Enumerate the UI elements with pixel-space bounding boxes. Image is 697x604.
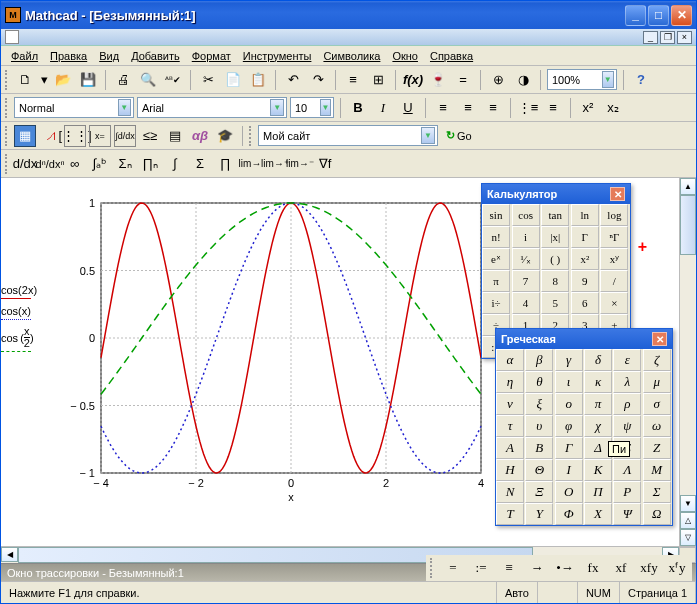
palette-cell-χ[interactable]: χ bbox=[584, 415, 612, 437]
palette-cell-5[interactable]: 5 bbox=[541, 292, 569, 314]
spellcheck-button[interactable]: ᴬᴮ✔ bbox=[162, 69, 184, 91]
bold-button[interactable]: B bbox=[347, 97, 369, 119]
close-button[interactable]: ✕ bbox=[671, 5, 692, 26]
palette-cell-τ[interactable]: τ bbox=[496, 415, 524, 437]
zoom-combo[interactable]: ▼ bbox=[547, 69, 617, 90]
palette-cell-log[interactable]: log bbox=[600, 204, 628, 226]
greek-palette-close[interactable]: ✕ bbox=[652, 332, 667, 346]
calculator-palette-title[interactable]: Калькулятор ✕ bbox=[482, 184, 630, 204]
prev-page-button[interactable]: △ bbox=[680, 512, 696, 529]
palette-cell-Τ[interactable]: Τ bbox=[496, 503, 524, 525]
palette-cell-ε[interactable]: ε bbox=[613, 349, 641, 371]
palette-cell-x²[interactable]: x² bbox=[571, 248, 599, 270]
address-dropdown[interactable]: ▼ bbox=[421, 127, 435, 144]
menu-help[interactable]: Справка bbox=[424, 48, 479, 64]
align-button[interactable]: ≡ bbox=[342, 69, 364, 91]
size-combo[interactable]: ▼ bbox=[290, 97, 334, 118]
print-button[interactable]: 🖨 bbox=[112, 69, 134, 91]
print-preview-button[interactable]: 🔍 bbox=[137, 69, 159, 91]
reference-button[interactable]: ◑ bbox=[512, 69, 534, 91]
programming-palette-button[interactable]: ▤ bbox=[164, 125, 186, 147]
calculus-palette-button[interactable]: ∫d/dx bbox=[114, 125, 136, 147]
palette-cell-β[interactable]: β bbox=[525, 349, 553, 371]
palette-cell-ρ[interactable]: ρ bbox=[613, 393, 641, 415]
greek-palette-button[interactable]: αβ bbox=[189, 125, 211, 147]
underline-button[interactable]: U bbox=[397, 97, 419, 119]
palette-cell-π[interactable]: π bbox=[584, 393, 612, 415]
calculator-palette-close[interactable]: ✕ bbox=[610, 187, 625, 201]
mdi-close-button[interactable]: × bbox=[677, 31, 692, 44]
matrix-palette-button[interactable]: [⋮⋮] bbox=[64, 125, 86, 147]
palette-cell-Ξ[interactable]: Ξ bbox=[525, 481, 553, 503]
component-button[interactable]: ⊕ bbox=[487, 69, 509, 91]
xy-plot[interactable]: − 4− 2024− 1− 0.500.51x bbox=[31, 193, 491, 503]
new-button[interactable]: 🗋 bbox=[14, 69, 36, 91]
font-combo[interactable]: ▼ bbox=[137, 97, 287, 118]
next-page-button[interactable]: ▽ bbox=[680, 529, 696, 546]
palette-cell-|x|[interactable]: |x| bbox=[541, 226, 569, 248]
palette-cell-Ω[interactable]: Ω bbox=[643, 503, 671, 525]
lim-button[interactable]: lim→ bbox=[239, 153, 261, 175]
palette-cell-eˣ[interactable]: eˣ bbox=[482, 248, 510, 270]
copy-button[interactable]: 📄 bbox=[222, 69, 244, 91]
numbering-button[interactable]: ≡ bbox=[542, 97, 564, 119]
palette-cell-/[interactable]: / bbox=[600, 270, 628, 292]
font-dropdown[interactable]: ▼ bbox=[270, 99, 284, 116]
palette-cell-( )[interactable]: ( ) bbox=[541, 248, 569, 270]
eval-fx-button[interactable]: fx bbox=[582, 557, 604, 579]
palette-cell-i÷[interactable]: i÷ bbox=[482, 292, 510, 314]
sumrange-button[interactable]: Σₙ bbox=[114, 153, 136, 175]
palette-cell-Κ[interactable]: Κ bbox=[584, 459, 612, 481]
redo-button[interactable]: ↷ bbox=[307, 69, 329, 91]
scroll-up-button[interactable]: ▲ bbox=[680, 178, 696, 195]
scroll-thumb[interactable] bbox=[680, 195, 696, 255]
eval-palette-button[interactable]: x= bbox=[89, 125, 111, 147]
paste-button[interactable]: 📋 bbox=[247, 69, 269, 91]
save-button[interactable]: 💾 bbox=[77, 69, 99, 91]
palette-cell-Ψ[interactable]: Ψ bbox=[613, 503, 641, 525]
help-button[interactable]: ? bbox=[630, 69, 652, 91]
palette-cell-Φ[interactable]: Φ bbox=[555, 503, 583, 525]
menu-insert[interactable]: Добавить bbox=[125, 48, 186, 64]
eval-xfy-button[interactable]: xfy bbox=[638, 557, 660, 579]
palette-cell-cos[interactable]: cos bbox=[512, 204, 540, 226]
palette-cell-ψ[interactable]: ψ bbox=[613, 415, 641, 437]
menu-window[interactable]: Окно bbox=[386, 48, 424, 64]
greek-palette[interactable]: Греческая ✕ αβγδεζηθικλμνξοπρστυφχψωΑΒΓΔ… bbox=[495, 328, 673, 526]
palette-cell-Υ[interactable]: Υ bbox=[525, 503, 553, 525]
palette-cell-μ[interactable]: μ bbox=[643, 371, 671, 393]
go-button[interactable]: ↻Go bbox=[441, 125, 477, 147]
palette-cell-Λ[interactable]: Λ bbox=[613, 459, 641, 481]
align-left-button[interactable]: ≡ bbox=[432, 97, 454, 119]
prod-button[interactable]: ∏ bbox=[214, 153, 236, 175]
palette-cell-ⁿΓ[interactable]: ⁿΓ bbox=[600, 226, 628, 248]
scroll-track[interactable] bbox=[680, 195, 696, 495]
font-input[interactable] bbox=[142, 102, 270, 114]
unit-button[interactable]: 🍷 bbox=[427, 69, 449, 91]
palette-cell-Μ[interactable]: Μ bbox=[643, 459, 671, 481]
indefint-button[interactable]: ∫ bbox=[164, 153, 186, 175]
sum-button[interactable]: Σ bbox=[189, 153, 211, 175]
palette-cell-ω[interactable]: ω bbox=[643, 415, 671, 437]
palette-cell-Ι[interactable]: Ι bbox=[555, 459, 583, 481]
palette-cell-υ[interactable]: υ bbox=[525, 415, 553, 437]
palette-cell-λ[interactable]: λ bbox=[613, 371, 641, 393]
scroll-down-button[interactable]: ▼ bbox=[680, 495, 696, 512]
align-center-button[interactable]: ≡ bbox=[457, 97, 479, 119]
palette-cell-η[interactable]: η bbox=[496, 371, 524, 393]
eval-assign-button[interactable]: := bbox=[470, 557, 492, 579]
palette-cell-Χ[interactable]: Χ bbox=[584, 503, 612, 525]
eval-xf-button[interactable]: xf bbox=[610, 557, 632, 579]
palette-cell-κ[interactable]: κ bbox=[584, 371, 612, 393]
align-right-button[interactable]: ≡ bbox=[482, 97, 504, 119]
palette-cell-ι[interactable]: ι bbox=[555, 371, 583, 393]
bullets-button[interactable]: ⋮≡ bbox=[517, 97, 539, 119]
eval-eq-button[interactable]: = bbox=[442, 557, 464, 579]
palette-cell-9[interactable]: 9 bbox=[571, 270, 599, 292]
zoom-input[interactable] bbox=[552, 74, 602, 86]
palette-cell-4[interactable]: 4 bbox=[512, 292, 540, 314]
calc-button[interactable]: = bbox=[452, 69, 474, 91]
eval-symarrow-button[interactable]: •→ bbox=[554, 557, 576, 579]
palette-cell-Θ[interactable]: Θ bbox=[525, 459, 553, 481]
palette-cell-φ[interactable]: φ bbox=[555, 415, 583, 437]
